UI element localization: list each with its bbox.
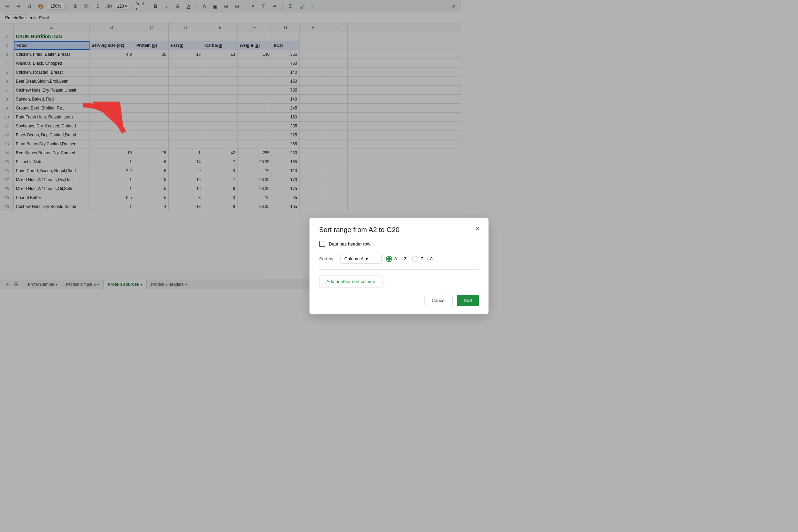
sort-asc-label: A → Z: [394, 256, 407, 261]
sort-column-value: Column A: [344, 256, 364, 261]
modal-actions: Cancel Sort: [319, 295, 461, 300]
sort-asc-radio[interactable]: [386, 256, 392, 262]
header-row-option: Data has header row: [319, 241, 461, 247]
sort-direction-group: A → Z Z → A: [386, 256, 433, 262]
modal-title: Sort range from A2 to G20: [319, 226, 461, 234]
sort-asc-option[interactable]: A → Z: [386, 256, 407, 262]
sort-desc-label: Z → A: [420, 256, 433, 261]
sort-column-arrow: ▾: [366, 256, 368, 261]
sort-asc-dot: [387, 257, 391, 261]
cancel-button[interactable]: Cancel: [424, 295, 453, 300]
sort-by-row: Sort by Column A ▾ A → Z Z → A: [319, 254, 461, 264]
sort-dialog: Sort range from A2 to G20 × Data has hea…: [309, 218, 461, 300]
sort-desc-radio[interactable]: [412, 256, 418, 262]
header-row-label: Data has header row: [329, 241, 370, 247]
sort-button[interactable]: Sort: [457, 295, 461, 300]
sort-desc-option[interactable]: Z → A: [412, 256, 433, 262]
header-row-checkbox[interactable]: [319, 241, 325, 247]
modal-overlay: Sort range from A2 to G20 × Data has hea…: [0, 0, 461, 300]
sort-by-label: Sort by: [319, 256, 336, 261]
modal-divider: [319, 269, 461, 270]
add-sort-column-button[interactable]: Add another sort column: [319, 275, 382, 288]
sort-column-selector[interactable]: Column A ▾: [340, 254, 382, 264]
